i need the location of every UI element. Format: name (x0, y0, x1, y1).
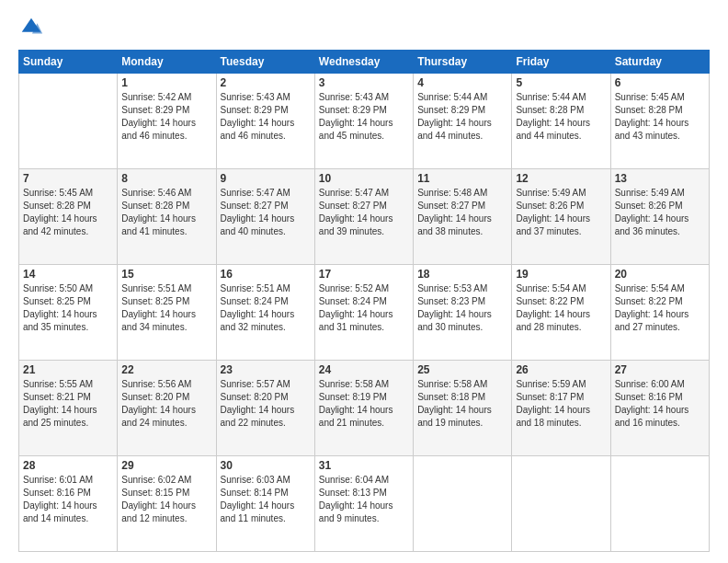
day-info: Sunrise: 5:45 AM Sunset: 8:28 PM Dayligh… (23, 187, 113, 238)
calendar-cell: 24Sunrise: 5:58 AM Sunset: 8:19 PM Dayli… (314, 361, 413, 456)
day-info: Sunrise: 5:48 AM Sunset: 8:27 PM Dayligh… (417, 187, 507, 238)
calendar-cell: 5Sunrise: 5:44 AM Sunset: 8:28 PM Daylig… (512, 74, 610, 169)
day-number: 26 (516, 363, 606, 376)
calendar-cell: 15Sunrise: 5:51 AM Sunset: 8:25 PM Dayli… (118, 265, 216, 361)
day-number: 24 (319, 363, 409, 376)
day-info: Sunrise: 5:42 AM Sunset: 8:29 PM Dayligh… (121, 91, 211, 143)
day-number: 11 (417, 172, 507, 185)
day-number: 18 (417, 268, 507, 281)
day-number: 31 (319, 459, 409, 472)
day-number: 20 (615, 268, 705, 281)
calendar-table: SundayMondayTuesdayWednesdayThursdayFrid… (18, 50, 710, 552)
day-info: Sunrise: 6:03 AM Sunset: 8:14 PM Dayligh… (221, 474, 311, 525)
calendar-cell: 25Sunrise: 5:58 AM Sunset: 8:18 PM Dayli… (414, 361, 512, 456)
calendar-cell: 31Sunrise: 6:04 AM Sunset: 8:13 PM Dayli… (314, 456, 413, 552)
weekday-header-wednesday: Wednesday (314, 51, 413, 74)
calendar-cell (512, 456, 610, 552)
calendar-cell: 21Sunrise: 5:55 AM Sunset: 8:21 PM Dayli… (19, 361, 118, 456)
day-info: Sunrise: 5:52 AM Sunset: 8:24 PM Dayligh… (319, 282, 409, 334)
day-number: 27 (615, 363, 705, 376)
day-number: 28 (23, 459, 113, 472)
calendar-cell: 30Sunrise: 6:03 AM Sunset: 8:14 PM Dayli… (216, 456, 314, 552)
day-info: Sunrise: 6:00 AM Sunset: 8:16 PM Dayligh… (615, 378, 705, 430)
calendar-week-row: 14Sunrise: 5:50 AM Sunset: 8:25 PM Dayli… (19, 265, 710, 361)
day-number: 3 (319, 76, 409, 89)
day-info: Sunrise: 5:49 AM Sunset: 8:26 PM Dayligh… (516, 187, 606, 238)
day-info: Sunrise: 5:46 AM Sunset: 8:28 PM Dayligh… (121, 187, 211, 238)
day-number: 25 (417, 363, 507, 376)
calendar-cell: 14Sunrise: 5:50 AM Sunset: 8:25 PM Dayli… (19, 265, 118, 361)
calendar-week-row: 1Sunrise: 5:42 AM Sunset: 8:29 PM Daylig… (19, 74, 710, 169)
page: SundayMondayTuesdayWednesdayThursdayFrid… (0, 0, 728, 563)
day-number: 14 (23, 268, 113, 281)
day-info: Sunrise: 5:54 AM Sunset: 8:22 PM Dayligh… (615, 282, 705, 334)
day-info: Sunrise: 5:47 AM Sunset: 8:27 PM Dayligh… (221, 187, 311, 238)
calendar-cell: 18Sunrise: 5:53 AM Sunset: 8:23 PM Dayli… (414, 265, 512, 361)
calendar-cell: 17Sunrise: 5:52 AM Sunset: 8:24 PM Dayli… (314, 265, 413, 361)
day-number: 6 (615, 76, 705, 89)
weekday-header-row: SundayMondayTuesdayWednesdayThursdayFrid… (19, 51, 710, 74)
day-info: Sunrise: 5:45 AM Sunset: 8:28 PM Dayligh… (615, 91, 705, 143)
calendar-cell: 28Sunrise: 6:01 AM Sunset: 8:16 PM Dayli… (19, 456, 118, 552)
weekday-header-sunday: Sunday (19, 51, 118, 74)
day-info: Sunrise: 5:50 AM Sunset: 8:25 PM Dayligh… (23, 282, 113, 334)
logo-icon (18, 15, 44, 40)
weekday-header-tuesday: Tuesday (216, 51, 314, 74)
day-info: Sunrise: 5:44 AM Sunset: 8:29 PM Dayligh… (417, 91, 507, 143)
calendar-cell: 22Sunrise: 5:56 AM Sunset: 8:20 PM Dayli… (118, 361, 216, 456)
calendar-week-row: 21Sunrise: 5:55 AM Sunset: 8:21 PM Dayli… (19, 361, 710, 456)
day-info: Sunrise: 5:54 AM Sunset: 8:22 PM Dayligh… (516, 282, 606, 334)
day-info: Sunrise: 5:43 AM Sunset: 8:29 PM Dayligh… (319, 91, 409, 143)
day-number: 16 (221, 268, 311, 281)
day-number: 29 (121, 459, 211, 472)
day-number: 5 (516, 76, 606, 89)
calendar-cell: 7Sunrise: 5:45 AM Sunset: 8:28 PM Daylig… (19, 169, 118, 265)
day-info: Sunrise: 5:47 AM Sunset: 8:27 PM Dayligh… (319, 187, 409, 238)
calendar-cell: 29Sunrise: 6:02 AM Sunset: 8:15 PM Dayli… (118, 456, 216, 552)
calendar-cell (414, 456, 512, 552)
calendar-cell: 9Sunrise: 5:47 AM Sunset: 8:27 PM Daylig… (216, 169, 314, 265)
calendar-week-row: 7Sunrise: 5:45 AM Sunset: 8:28 PM Daylig… (19, 169, 710, 265)
day-number: 21 (23, 363, 113, 376)
day-info: Sunrise: 5:44 AM Sunset: 8:28 PM Dayligh… (516, 91, 606, 143)
day-info: Sunrise: 6:01 AM Sunset: 8:16 PM Dayligh… (23, 474, 113, 525)
day-number: 9 (221, 172, 311, 185)
calendar-cell: 3Sunrise: 5:43 AM Sunset: 8:29 PM Daylig… (314, 74, 413, 169)
calendar-cell: 26Sunrise: 5:59 AM Sunset: 8:17 PM Dayli… (512, 361, 610, 456)
day-number: 7 (23, 172, 113, 185)
calendar-cell: 11Sunrise: 5:48 AM Sunset: 8:27 PM Dayli… (414, 169, 512, 265)
calendar-cell: 8Sunrise: 5:46 AM Sunset: 8:28 PM Daylig… (118, 169, 216, 265)
calendar-cell (610, 456, 709, 552)
day-info: Sunrise: 5:55 AM Sunset: 8:21 PM Dayligh… (23, 378, 113, 430)
day-number: 19 (516, 268, 606, 281)
day-info: Sunrise: 5:59 AM Sunset: 8:17 PM Dayligh… (516, 378, 606, 430)
calendar-cell: 23Sunrise: 5:57 AM Sunset: 8:20 PM Dayli… (216, 361, 314, 456)
day-info: Sunrise: 5:58 AM Sunset: 8:19 PM Dayligh… (319, 378, 409, 430)
calendar-cell: 12Sunrise: 5:49 AM Sunset: 8:26 PM Dayli… (512, 169, 610, 265)
calendar-cell: 1Sunrise: 5:42 AM Sunset: 8:29 PM Daylig… (118, 74, 216, 169)
day-number: 13 (615, 172, 705, 185)
weekday-header-friday: Friday (512, 51, 610, 74)
day-info: Sunrise: 5:51 AM Sunset: 8:24 PM Dayligh… (221, 282, 311, 334)
day-number: 15 (121, 268, 211, 281)
calendar-cell: 2Sunrise: 5:43 AM Sunset: 8:29 PM Daylig… (216, 74, 314, 169)
day-number: 10 (319, 172, 409, 185)
day-info: Sunrise: 5:57 AM Sunset: 8:20 PM Dayligh… (221, 378, 311, 430)
day-number: 30 (221, 459, 311, 472)
day-info: Sunrise: 5:53 AM Sunset: 8:23 PM Dayligh… (417, 282, 507, 334)
day-info: Sunrise: 6:02 AM Sunset: 8:15 PM Dayligh… (121, 474, 211, 525)
day-number: 23 (221, 363, 311, 376)
day-info: Sunrise: 5:43 AM Sunset: 8:29 PM Dayligh… (221, 91, 311, 143)
logo (18, 15, 48, 40)
day-number: 12 (516, 172, 606, 185)
calendar-cell: 19Sunrise: 5:54 AM Sunset: 8:22 PM Dayli… (512, 265, 610, 361)
day-number: 2 (221, 76, 311, 89)
day-info: Sunrise: 6:04 AM Sunset: 8:13 PM Dayligh… (319, 474, 409, 525)
day-info: Sunrise: 5:51 AM Sunset: 8:25 PM Dayligh… (121, 282, 211, 334)
calendar-cell: 4Sunrise: 5:44 AM Sunset: 8:29 PM Daylig… (414, 74, 512, 169)
calendar-cell (19, 74, 118, 169)
calendar-cell: 13Sunrise: 5:49 AM Sunset: 8:26 PM Dayli… (610, 169, 709, 265)
calendar-cell: 27Sunrise: 6:00 AM Sunset: 8:16 PM Dayli… (610, 361, 709, 456)
weekday-header-saturday: Saturday (610, 51, 709, 74)
calendar-cell: 10Sunrise: 5:47 AM Sunset: 8:27 PM Dayli… (314, 169, 413, 265)
